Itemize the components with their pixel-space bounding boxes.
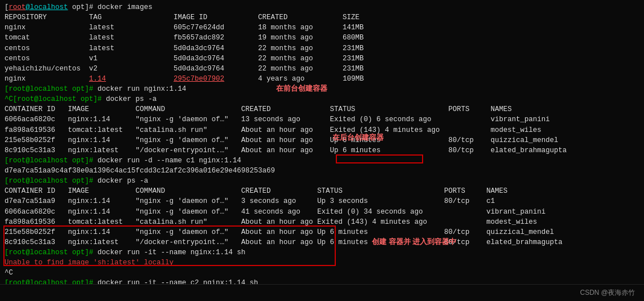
ps-row-1-3: 215e58b0252f nginx:1.14 "nginx -g 'daemo…: [5, 135, 639, 145]
annotation-background: 在后台创建容器: [332, 132, 384, 143]
annotation-enter: 创建 容器并 进入到容器中: [372, 237, 456, 247]
terminal: [root@localhost opt]# docker images REPO…: [0, 0, 644, 284]
cmd-docker-run-it-err: [root@localhost opt]# docker run -it --n…: [5, 247, 639, 258]
ps-row-2-3: fa898a619536 tomcat:latest "catalina.sh …: [5, 217, 639, 227]
image-row-centos-latest: centos latest 5d0da3dc9764 22 months ago…: [5, 43, 639, 54]
ps-row-2-1: d7ea7ca51aa9 nginx:1.14 "nginx -g 'daemo…: [5, 196, 639, 206]
container-id-output: d7ea7ca51aa9c4af38e0a1396c4ac15fcdd3c12a…: [5, 166, 639, 176]
cmd-docker-ps-1: ^C[root@localhost opt]# docker ps -a: [5, 94, 639, 104]
err-image-not-found: Unable to find image 'sh:latest' locally: [5, 258, 639, 268]
ctrl-c: ^C: [5, 268, 639, 278]
image-row-yehaichizhu: yehaichizhu/centos v2 5d0da3dc9764 22 mo…: [5, 64, 639, 74]
images-header: REPOSITORY TAG IMAGE ID CREATED SIZE: [5, 12, 639, 23]
cmd-docker-ps-2: [root@localhost opt]# docker ps -a: [5, 176, 639, 186]
ps-header-2: CONTAINER ID IMAGE COMMAND CREATED STATU…: [5, 186, 639, 196]
image-row-centos-v1: centos v1 5d0da3dc9764 22 months ago 231…: [5, 54, 639, 64]
ps-row-2-4: 215e58b0252f nginx:1.14 "nginx -g 'daemo…: [5, 227, 639, 237]
ps-row-2-5: 8c910c5c31a3 nginx:latest "/docker-entry…: [5, 237, 639, 247]
ps-row-1-1: 6066aca6820c nginx:1.14 "nginx -g 'daemo…: [5, 114, 639, 125]
cmd-docker-run-d: [root@localhost opt]# docker run -d --na…: [5, 156, 639, 166]
footer: CSDN @夜海赤竹: [0, 284, 644, 301]
ps-row-2-2: 6066aca6820c nginx:1.14 "nginx -g 'daemo…: [5, 207, 639, 217]
ps-header-1: CONTAINER ID IMAGE COMMAND CREATED STATU…: [5, 104, 639, 114]
cmd-docker-run-c2: [root@localhost opt]# docker run -it --n…: [5, 278, 639, 284]
footer-credit: CSDN @夜海赤竹: [580, 288, 635, 298]
ps-row-1-4: 8c910c5c31a3 nginx:latest "/docker-entry…: [5, 145, 639, 156]
image-row-tomcat: tomcat latest fb5657adc892 19 months ago…: [5, 33, 639, 43]
ps-row-1-2: fa898a619536 tomcat:latest "catalina.sh …: [5, 125, 639, 135]
image-row-nginx-latest: nginx latest 605c77e624dd 18 months ago …: [5, 23, 639, 33]
line-prev-cmd: [root@localhost opt]# docker images: [5, 2, 639, 12]
image-row-nginx-114: nginx 1.14 295c7be07902 4 years ago 109M…: [5, 74, 639, 84]
annotation-foreground: 在前台创建容器: [276, 83, 327, 94]
